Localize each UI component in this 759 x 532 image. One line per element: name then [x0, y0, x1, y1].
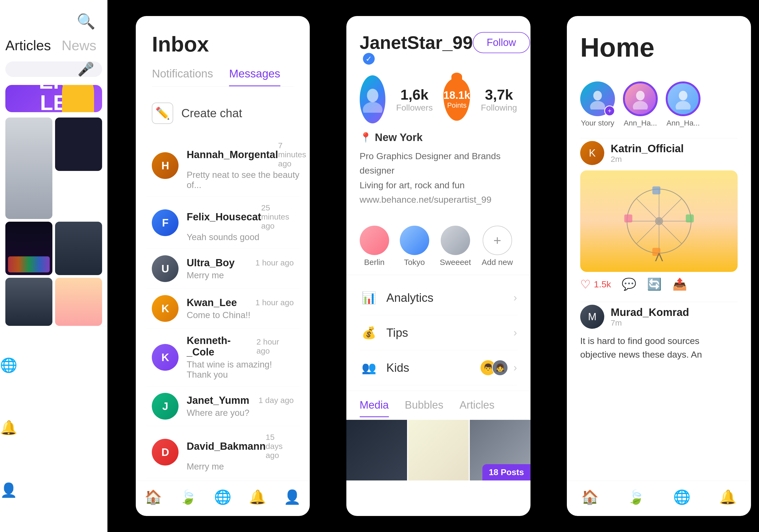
- highlight-sweeeet[interactable]: Sweeeet: [440, 226, 471, 267]
- nav-bell-icon[interactable]: 🔔: [719, 489, 737, 505]
- highlight-tokyo[interactable]: Tokyo: [400, 226, 429, 267]
- message-preview: Merry me: [186, 270, 294, 281]
- location-pin-icon: 📍: [360, 132, 372, 143]
- highlight-label-tokyo: Tokyo: [400, 258, 429, 267]
- inbox-title: Inbox: [152, 32, 294, 57]
- ad-decoration: [62, 85, 94, 112]
- add-icon: +: [493, 233, 501, 248]
- tab-articles[interactable]: Articles: [5, 37, 51, 54]
- profile-header: JanetStar_99 Follow 1,6k Followers 18.1k…: [346, 16, 531, 220]
- nav-globe-icon[interactable]: 🌐: [0, 357, 107, 373]
- media-cell-3[interactable]: 18 Posts: [470, 420, 531, 480]
- highlight-berlin[interactable]: Berlin: [360, 226, 389, 267]
- avatar: F: [152, 209, 179, 236]
- list-item[interactable]: K Kwan_Lee 1 hour ago Come to China!!: [146, 289, 299, 328]
- story-ann1[interactable]: Ann_Ha...: [623, 82, 658, 128]
- follow-button[interactable]: Follow: [473, 32, 530, 53]
- list-item[interactable]: F Felix_Housecat 25 minutes ago Yeah sou…: [146, 197, 299, 249]
- kids-avatars: 👦 👧: [480, 360, 508, 376]
- news-panel: 🔍 Articles News 🎤 ER LE % OFF 🌐 🔔 👤: [0, 0, 107, 532]
- tab-bubbles[interactable]: Bubbles: [405, 399, 444, 417]
- nav-bell-icon[interactable]: 🔔: [249, 489, 266, 505]
- post-author-info-2: Murad_Komrad 7m: [611, 306, 689, 327]
- kids-menu-item[interactable]: 👥 Kids 👦 👧 ›: [360, 350, 517, 385]
- create-chat-icon: ✏️: [152, 102, 173, 124]
- tab-notifications[interactable]: Notifications: [152, 67, 213, 86]
- list-item[interactable]: H Hannah_Morgental 7 minutes ago Pretty …: [146, 134, 299, 197]
- highlight-add-new[interactable]: + Add new: [482, 226, 513, 267]
- profile-menu: 📊 Analytics › 💰 Tips › 👥 Kids 👦 👧 ›: [346, 275, 531, 391]
- comment-icon: 💬: [621, 277, 636, 291]
- create-chat-button[interactable]: ✏️ Create chat: [136, 92, 310, 134]
- message-time: 1 day ago: [259, 396, 294, 405]
- tips-label: Tips: [386, 326, 514, 339]
- story-your[interactable]: + Your story: [580, 82, 615, 128]
- news-image-4[interactable]: [55, 222, 102, 275]
- search-icon[interactable]: 🔍: [75, 11, 97, 32]
- media-cell-1[interactable]: [346, 420, 407, 480]
- list-item[interactable]: J Janet_Yumm 1 day ago Where are you?: [146, 387, 299, 426]
- likes-action[interactable]: ♡ 1.5k: [580, 278, 611, 291]
- followers-count: 1,6k: [396, 86, 433, 103]
- location-text: New York: [375, 132, 423, 143]
- nav-person-icon[interactable]: 👤: [284, 489, 301, 505]
- gap-1: [107, 0, 128, 532]
- profile-stats-row: 1,6k Followers 18.1k Points 3,7k Followi…: [360, 75, 517, 123]
- list-item[interactable]: K Kenneth-_Cole 2 hour ago That wine is …: [146, 328, 299, 387]
- share-icon: 📤: [672, 277, 687, 291]
- profile-link[interactable]: www.behance.net/superartist_99: [360, 192, 517, 207]
- post-card-2: M Murad_Komrad 7m It is hard to find goo…: [567, 305, 751, 372]
- following-count: 3,7k: [481, 86, 517, 103]
- news-image-5[interactable]: [5, 278, 52, 326]
- share-action[interactable]: 📤: [672, 277, 687, 291]
- list-item[interactable]: D David_Bakmann 15 days ago Merry me: [146, 426, 299, 478]
- svg-point-2: [593, 91, 602, 100]
- nav-globe-icon[interactable]: 🌐: [673, 489, 691, 505]
- story-circle-ann2: [666, 82, 700, 116]
- message-list: H Hannah_Morgental 7 minutes ago Pretty …: [136, 134, 310, 481]
- inbox-panel: Inbox Notifications Messages ✏️ Create c…: [136, 16, 310, 516]
- tab-news[interactable]: News: [61, 37, 96, 54]
- media-cell-2[interactable]: [408, 420, 469, 480]
- news-image-6[interactable]: [55, 278, 102, 326]
- news-image-1[interactable]: [5, 118, 52, 219]
- nav-home-icon[interactable]: 🏠: [581, 489, 599, 505]
- post-card-1: K Katrin_Official 2m: [567, 141, 751, 299]
- chevron-right-icon: ›: [513, 361, 517, 374]
- list-item[interactable]: U Ultra_Boy 1 hour ago Merry me: [146, 249, 299, 289]
- gap-3: [539, 0, 559, 532]
- create-chat-label: Create chat: [181, 106, 242, 120]
- tab-messages[interactable]: Messages: [229, 67, 280, 86]
- inbox-header: Inbox Notifications Messages: [136, 16, 310, 92]
- message-preview: Come to China!!: [186, 310, 294, 320]
- nav-home-icon[interactable]: 🏠: [144, 489, 162, 505]
- svg-point-0: [367, 89, 379, 102]
- repost-action[interactable]: 🔄: [647, 277, 662, 291]
- tab-articles[interactable]: Articles: [459, 399, 495, 417]
- nav-leaf-icon[interactable]: 🍃: [627, 489, 645, 505]
- news-image-2[interactable]: [55, 118, 102, 171]
- post-author-info: Katrin_Official 2m: [611, 143, 684, 164]
- home-title: Home: [580, 32, 738, 63]
- story-avatar-ann1: [624, 83, 657, 115]
- story-label-ann2: Ann_Ha...: [666, 119, 700, 128]
- keyboard-visual: [8, 256, 50, 272]
- points-count: 18.1k: [443, 89, 470, 101]
- tab-media[interactable]: Media: [360, 399, 389, 417]
- highlight-circle-tokyo: [400, 226, 429, 255]
- search-bar: 🔍: [0, 0, 107, 37]
- story-ann2[interactable]: Ann_Ha...: [666, 82, 700, 128]
- tips-menu-item[interactable]: 💰 Tips ›: [360, 316, 517, 350]
- analytics-menu-item[interactable]: 📊 Analytics ›: [360, 281, 517, 316]
- nav-bell-icon[interactable]: 🔔: [0, 420, 107, 436]
- message-preview: Pretty neat to see the beauty of...: [186, 170, 306, 190]
- highlight-label-add: Add new: [482, 258, 513, 267]
- highlight-circle-add: +: [483, 226, 512, 255]
- post-text-murad: It is hard to find good sources objectiv…: [580, 334, 738, 361]
- news-image-3[interactable]: [5, 222, 52, 275]
- comment-action[interactable]: 💬: [621, 277, 636, 291]
- nav-globe-icon[interactable]: 🌐: [214, 489, 231, 505]
- mic-bar[interactable]: 🎤: [5, 61, 102, 77]
- nav-leaf-icon[interactable]: 🍃: [179, 489, 197, 505]
- nav-person-icon[interactable]: 👤: [0, 482, 107, 498]
